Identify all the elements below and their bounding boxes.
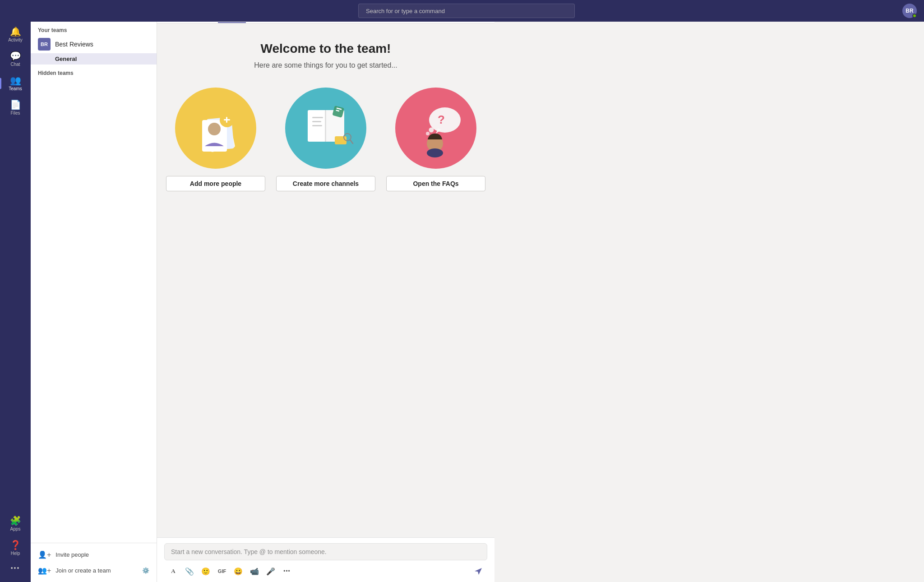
sticker-button[interactable]: 😀 — [231, 564, 245, 578]
sidebar-item-files[interactable]: 📄 Files — [0, 97, 31, 119]
title-bar: Search for or type a command BR — [0, 0, 924, 22]
channel-name-general: General — [55, 55, 77, 62]
open-faqs-illustration: ? — [395, 88, 476, 169]
message-toolbar: A 📎 🙂 GIF 😀 📹 — [164, 564, 487, 578]
content-area: BR General Posts Files Wiki + — [157, 0, 494, 582]
open-faqs-card: ? Open the FAQs — [386, 88, 485, 191]
sidebar-item-more[interactable]: ••• — [0, 561, 31, 575]
team-name-best-reviews: Best Reviews — [55, 41, 142, 48]
welcome-cards: Add more people — [166, 88, 485, 191]
audio-button[interactable]: 🎤 — [263, 564, 278, 578]
add-people-card: Add more people — [166, 88, 265, 191]
sidebar-item-activity[interactable]: 🔔 Activity — [0, 23, 31, 46]
svg-line-20 — [350, 140, 353, 143]
hidden-teams-label: Hidden teams — [31, 65, 157, 78]
teams-icon: 👥 — [10, 76, 21, 85]
svg-rect-13 — [312, 121, 321, 122]
files-label: Files — [10, 111, 20, 115]
title-bar-center: Search for or type a command — [31, 4, 902, 18]
meet-now-button[interactable]: 📹 — [247, 564, 262, 578]
invite-people-button[interactable]: 👤+ Invite people — [31, 547, 157, 563]
svg-rect-8 — [226, 117, 227, 123]
join-create-team-button[interactable]: 👥+ Join or create a team ⚙️ — [31, 563, 157, 578]
your-teams-section-label: Your teams — [31, 23, 157, 35]
help-icon: ❓ — [10, 540, 21, 550]
user-initials: BR — [906, 8, 913, 14]
sidebar-item-help[interactable]: ❓ Help — [0, 537, 31, 559]
sidebar-item-apps[interactable]: 🧩 Apps — [0, 513, 31, 535]
apps-icon: 🧩 — [10, 516, 21, 525]
teams-label: Teams — [9, 86, 22, 91]
svg-rect-12 — [312, 117, 323, 118]
sticker-icon: 😀 — [234, 567, 243, 576]
attach-button[interactable]: 📎 — [182, 564, 197, 578]
join-label: Join or create a team — [55, 567, 111, 574]
create-more-channels-button[interactable]: Create more channels — [276, 176, 375, 191]
sidebar-item-chat[interactable]: 💬 Chat — [0, 48, 31, 70]
svg-point-21 — [429, 107, 461, 133]
svg-rect-18 — [335, 136, 346, 144]
more-icon: ••• — [11, 565, 20, 571]
add-people-illustration — [175, 88, 256, 169]
team-item-best-reviews[interactable]: BR Best Reviews ••• — [31, 35, 157, 53]
search-input-placeholder: Search for or type a command — [366, 8, 445, 14]
svg-point-26 — [429, 128, 434, 133]
sidebar-bottom: 👤+ Invite people 👥+ Join or create a tea… — [31, 543, 157, 582]
activity-icon: 🔔 — [10, 27, 21, 36]
welcome-title: Welcome to the team! — [261, 42, 391, 56]
invite-icon: 👤+ — [38, 550, 51, 559]
join-settings-icon[interactable]: ⚙️ — [142, 567, 149, 574]
help-label: Help — [11, 551, 20, 556]
channel-item-general[interactable]: General — [31, 53, 157, 65]
svg-rect-10 — [325, 110, 326, 142]
format-icon: A — [171, 568, 175, 575]
online-indicator — [912, 14, 917, 18]
svg-text:?: ? — [438, 113, 445, 126]
giphy-icon: GIF — [218, 568, 226, 574]
audio-icon: 🎤 — [266, 567, 275, 576]
sidebar: Teams Your teams BR Best Reviews ••• Gen… — [31, 0, 157, 582]
apps-label: Apps — [10, 527, 21, 531]
svg-point-25 — [426, 132, 430, 135]
create-channels-illustration — [285, 88, 366, 169]
message-box-container: Start a new conversation. Type @ to ment… — [157, 537, 494, 582]
more-actions-button[interactable]: ••• — [280, 564, 294, 578]
user-avatar[interactable]: BR — [902, 4, 917, 18]
files-icon: 📄 — [10, 100, 21, 109]
join-icon: 👥+ — [38, 566, 51, 575]
team-avatar-best-reviews: BR — [38, 38, 51, 51]
giphy-button[interactable]: GIF — [215, 564, 229, 578]
message-input[interactable]: Start a new conversation. Type @ to ment… — [164, 543, 487, 560]
nav-rail-top: 🔔 Activity 💬 Chat 👥 Teams 📄 Files — [0, 23, 31, 513]
add-more-people-button[interactable]: Add more people — [166, 176, 265, 191]
open-faqs-button[interactable]: Open the FAQs — [386, 176, 485, 191]
message-placeholder: Start a new conversation. Type @ to ment… — [171, 548, 327, 555]
invite-label: Invite people — [55, 551, 89, 558]
activity-label: Activity — [8, 37, 23, 42]
sidebar-item-teams[interactable]: 👥 Teams — [0, 72, 31, 95]
nav-rail: 🔔 Activity 💬 Chat 👥 Teams 📄 Files — [0, 0, 31, 582]
send-button[interactable] — [471, 564, 485, 578]
chat-icon: 💬 — [10, 51, 21, 60]
search-bar[interactable]: Search for or type a command — [358, 4, 575, 18]
emoji-button[interactable]: 🙂 — [199, 564, 213, 578]
title-bar-right: BR — [902, 4, 917, 18]
more-icon: ••• — [283, 568, 291, 574]
emoji-icon: 🙂 — [201, 567, 210, 576]
meet-now-icon: 📹 — [250, 567, 259, 576]
chat-label: Chat — [10, 62, 20, 67]
welcome-area: Welcome to the team! Here are some thing… — [157, 23, 494, 537]
welcome-subtitle: Here are some things for you to get star… — [254, 61, 397, 69]
nav-rail-bottom: 🧩 Apps ❓ Help ••• — [0, 513, 31, 578]
create-channels-card: Create more channels — [276, 88, 375, 191]
svg-point-5 — [208, 123, 221, 135]
format-button[interactable]: A — [166, 564, 180, 578]
svg-rect-24 — [427, 148, 443, 157]
attach-icon: 📎 — [185, 567, 194, 576]
svg-rect-14 — [312, 125, 322, 126]
